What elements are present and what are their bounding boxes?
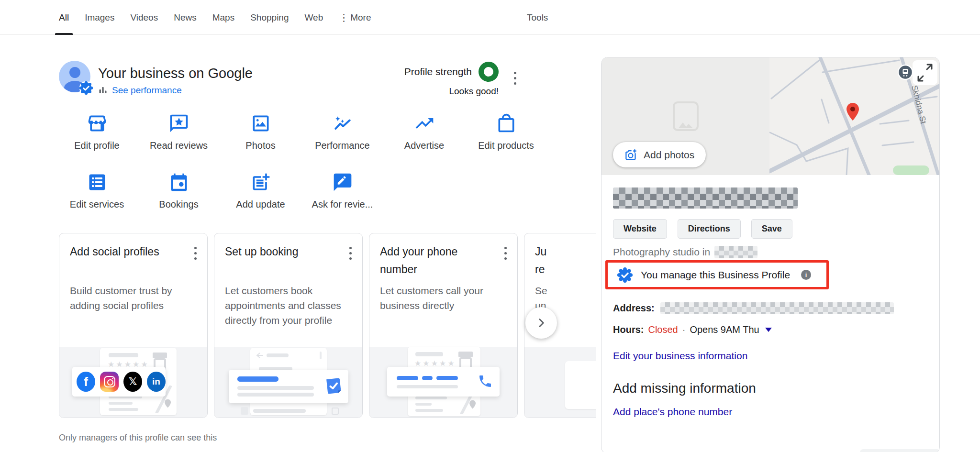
list-icon — [87, 172, 108, 193]
card-illustration — [214, 347, 362, 418]
verified-badge-icon — [79, 81, 93, 95]
category-prefix: Photography studio in — [613, 246, 710, 258]
card-add-social-profiles[interactable]: Add social profiles Build customer trust… — [59, 233, 208, 418]
search-result-tabs-bar: All Images Videos News Maps Shopping Web… — [0, 0, 980, 35]
hours-dropdown-caret[interactable] — [765, 328, 772, 332]
action-advertise[interactable]: Advertise — [383, 113, 465, 151]
action-read-reviews[interactable]: Read reviews — [138, 113, 220, 151]
shopping-bag-icon — [496, 113, 517, 134]
action-label: Bookings — [159, 199, 198, 210]
action-photos[interactable]: Photos — [220, 113, 301, 151]
card-overflow-menu-button[interactable] — [502, 245, 509, 262]
directions-button[interactable]: Directions — [678, 219, 741, 239]
phone-icon — [478, 374, 493, 389]
suggestion-cards-carousel: Add social profiles Build customer trust… — [59, 233, 596, 418]
tabs: All Images Videos News Maps Shopping Web… — [59, 0, 371, 35]
add-phone-number-link[interactable]: Add place's phone number — [613, 406, 732, 418]
tab-more[interactable]: ⋮More — [339, 0, 371, 35]
tab-web[interactable]: Web — [304, 0, 323, 35]
transit-station-icon — [898, 65, 913, 79]
see-performance-label: See performance — [112, 85, 182, 96]
chevron-right-icon — [535, 317, 547, 329]
avatar-person-icon — [69, 67, 80, 78]
action-performance[interactable]: Performance — [301, 113, 383, 151]
action-label: Edit profile — [74, 140, 120, 151]
card-set-up-booking[interactable]: Set up booking Let customers book appoin… — [214, 233, 363, 418]
card-body: Build customer trust by adding social pr… — [70, 283, 197, 313]
card-overflow-menu-button[interactable] — [347, 245, 354, 262]
save-button[interactable]: Save — [751, 219, 792, 239]
card-title-fragment: Ju — [535, 243, 546, 261]
action-add-update[interactable]: Add update — [220, 172, 301, 210]
card-title: Add your phone number — [380, 243, 490, 278]
rate-review-icon — [332, 172, 353, 193]
action-bookings[interactable]: Bookings — [138, 172, 220, 210]
card-title: Set up booking — [225, 243, 335, 261]
hours-label: Hours: — [613, 324, 644, 335]
tab-images[interactable]: Images — [85, 0, 114, 35]
profile-strength-ring-icon[interactable] — [479, 62, 499, 82]
tools-button[interactable]: Tools — [527, 0, 548, 35]
tab-label: All — [59, 12, 69, 23]
card-title-fragment: re — [535, 261, 546, 278]
profile-strength-label: Profile strength — [404, 66, 472, 77]
tab-label: More — [350, 12, 371, 23]
map-thumbnail[interactable]: Skhidna St — [769, 57, 939, 175]
post-add-icon — [250, 172, 271, 193]
map-graphic: Skhidna St — [769, 57, 939, 175]
add-photos-button[interactable]: Add photos — [613, 142, 706, 167]
redacted-business-name — [613, 187, 798, 209]
facebook-icon: f — [77, 372, 95, 392]
info-icon[interactable]: i — [801, 270, 811, 280]
card-title: Ju re — [535, 243, 546, 278]
review-bubble-star-icon — [168, 113, 189, 134]
action-label: Ask for revie... — [312, 199, 373, 210]
business-category-line: Photography studio in — [613, 246, 757, 258]
hours-opens: Opens 9AM Thu — [690, 324, 759, 335]
separator-dot: · — [682, 324, 686, 335]
tab-news[interactable]: News — [174, 0, 197, 35]
tab-label: Web — [304, 12, 323, 23]
trending-up-icon — [414, 113, 435, 134]
action-edit-profile[interactable]: Edit profile — [56, 113, 138, 151]
quick-actions-row-1: Edit profile Read reviews Photos Perform… — [56, 113, 547, 151]
photo-icon — [250, 113, 271, 134]
storefront-icon — [87, 113, 108, 134]
panel-action-buttons: Website Directions Save — [613, 219, 792, 239]
carousel-next-button[interactable] — [525, 307, 557, 339]
edit-business-info-link[interactable]: Edit your business information — [613, 350, 747, 362]
profile-strength-status: Looks good! — [378, 86, 499, 97]
see-performance-link[interactable]: See performance — [98, 85, 182, 96]
page-title: Your business on Google — [98, 66, 253, 81]
action-label: Add update — [236, 199, 285, 210]
tab-videos[interactable]: Videos — [130, 0, 158, 35]
instagram-icon — [100, 372, 119, 392]
calendar-icon — [168, 172, 189, 193]
action-label: Photos — [245, 140, 275, 151]
tab-shopping[interactable]: Shopping — [250, 0, 289, 35]
action-edit-products[interactable]: Edit products — [465, 113, 547, 151]
add-photos-label: Add photos — [644, 149, 694, 161]
action-ask-for-reviews[interactable]: Ask for revie... — [301, 172, 383, 210]
quick-actions-row-2: Edit services Bookings Add update Ask fo… — [56, 172, 383, 210]
redacted-city — [714, 246, 757, 258]
header-overflow-menu-button[interactable] — [512, 70, 518, 87]
page: All Images Videos News Maps Shopping Web… — [0, 0, 980, 452]
redacted-address — [660, 302, 894, 314]
expand-map-button — [913, 60, 937, 85]
business-profile-panel: Skhidna St — [601, 57, 940, 452]
x-twitter-icon: 𝕏 — [123, 372, 142, 392]
tab-maps[interactable]: Maps — [212, 0, 234, 35]
card-illustration — [524, 347, 596, 418]
add-missing-info-heading: Add missing information — [613, 381, 756, 396]
card-overflow-menu-button[interactable] — [192, 245, 199, 262]
tab-all[interactable]: All — [59, 0, 69, 35]
managers-only-note: Only managers of this profile can see th… — [59, 433, 217, 443]
action-edit-services[interactable]: Edit services — [56, 172, 138, 210]
tab-label: Videos — [130, 12, 158, 23]
card-add-phone-number[interactable]: Add your phone number Let customers call… — [369, 233, 518, 418]
card-body: Let customers book appointments and clas… — [225, 283, 352, 328]
manage-profile-banner-highlighted: You manage this Business Profile i — [605, 260, 829, 289]
website-button[interactable]: Website — [613, 219, 667, 239]
card-body-fragment: Se — [535, 283, 547, 298]
